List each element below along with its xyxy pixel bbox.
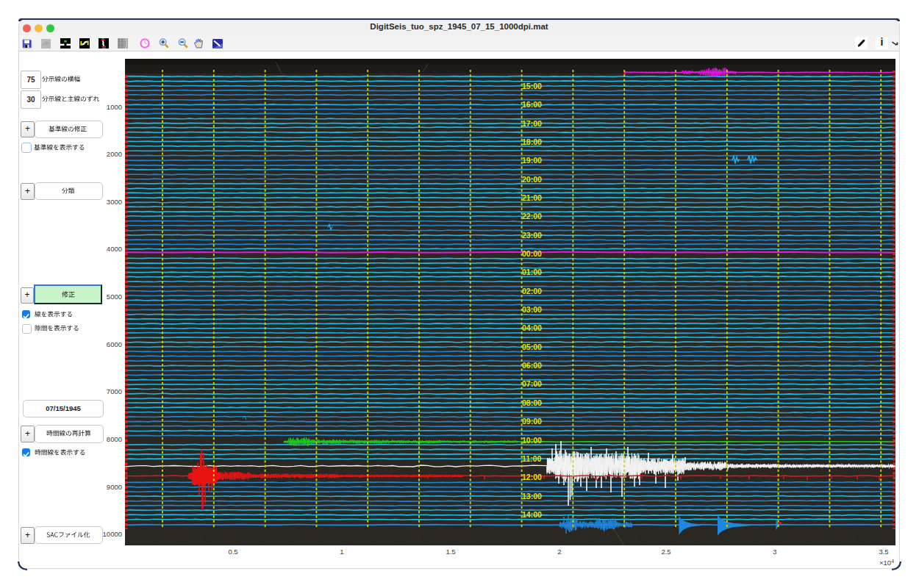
svg-text:18:00: 18:00 [522, 137, 542, 146]
svg-text:04:00: 04:00 [522, 323, 542, 332]
svg-text:21:00: 21:00 [522, 193, 542, 202]
svg-text:16:00: 16:00 [522, 100, 542, 109]
svg-text:10:00: 10:00 [522, 436, 542, 445]
svg-text:06:00: 06:00 [522, 361, 542, 370]
svg-text:11:00: 11:00 [522, 454, 541, 463]
svg-text:03:00: 03:00 [522, 305, 542, 314]
svg-text:13:00: 13:00 [522, 492, 542, 501]
svg-text:09:00: 09:00 [522, 417, 542, 426]
svg-text:14:00: 14:00 [522, 510, 542, 519]
svg-text:20:00: 20:00 [522, 175, 542, 184]
svg-text:12:00: 12:00 [522, 473, 542, 481]
svg-text:23:00: 23:00 [522, 231, 542, 240]
svg-text:05:00: 05:00 [522, 343, 542, 351]
svg-text:15:00: 15:00 [522, 82, 542, 90]
svg-text:07:00: 07:00 [522, 379, 542, 388]
svg-text:17:00: 17:00 [522, 119, 542, 128]
svg-text:01:00: 01:00 [522, 268, 542, 276]
svg-text:00:00: 00:00 [522, 249, 542, 258]
svg-text:02:00: 02:00 [522, 287, 542, 295]
svg-text:22:00: 22:00 [522, 212, 542, 220]
svg-text:19:00: 19:00 [522, 156, 542, 165]
svg-text:08:00: 08:00 [522, 398, 542, 407]
